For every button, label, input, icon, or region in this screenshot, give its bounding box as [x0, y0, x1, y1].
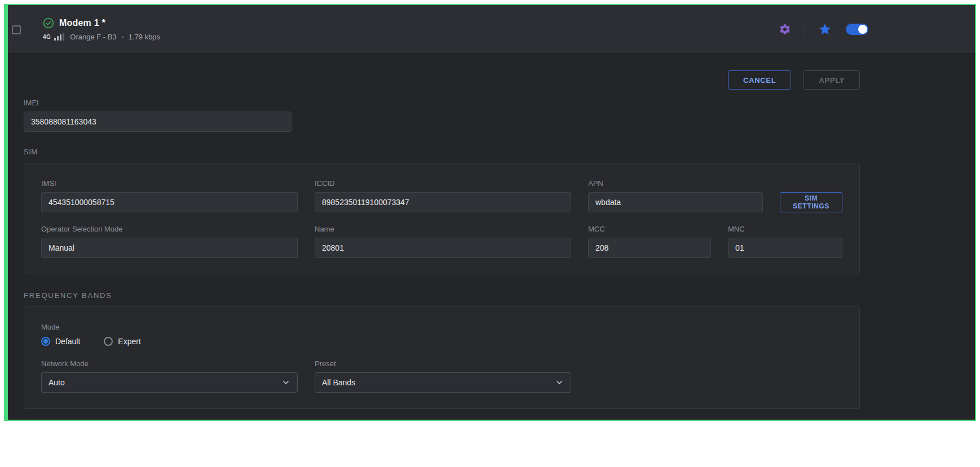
sim-section-label: SIM: [24, 148, 860, 156]
toggle-knob: [858, 25, 867, 34]
mcc-input[interactable]: [588, 238, 711, 258]
apn-field-group: APN: [588, 179, 763, 212]
modem-settings-form: CANCEL APPLY IMEI SIM IMSI ICCID APN: [8, 54, 975, 409]
mode-expert-radio[interactable]: Expert: [104, 337, 140, 346]
mode-default-radio-dot: [41, 337, 50, 346]
sim-row-2: Operator Selection Mode Name MCC MNC: [41, 225, 842, 258]
chevron-down-icon: [555, 378, 564, 387]
imsi-field-group: IMSI: [41, 179, 298, 212]
favorite-star-icon[interactable]: [819, 23, 831, 35]
operator-mode-field-group: Operator Selection Mode: [41, 225, 298, 258]
iccid-label: ICCID: [315, 179, 571, 188]
bitrate-label: 1.79 kbps: [129, 33, 160, 41]
mode-default-radio[interactable]: Default: [41, 337, 80, 346]
network-mode-select[interactable]: Auto: [41, 372, 298, 393]
operator-mode-label: Operator Selection Mode: [41, 225, 298, 233]
mode-label: Mode: [41, 323, 842, 331]
modem-status-row: 4G Orange F - B3 1.79 kbps: [43, 33, 160, 41]
apn-input[interactable]: [588, 192, 763, 212]
preset-select[interactable]: All Bands: [315, 372, 571, 393]
network-tech-label: 4G: [43, 34, 51, 40]
header-actions: [779, 22, 868, 37]
network-name-label: Name: [315, 225, 571, 233]
network-name-field-group: Name: [315, 225, 571, 258]
cancel-button[interactable]: CANCEL: [728, 70, 791, 90]
mnc-input[interactable]: [728, 238, 842, 258]
mode-radio-group: Default Expert: [41, 337, 842, 346]
imei-field-group: IMEI: [24, 99, 292, 132]
frequency-selects-row: Network Mode Auto Preset All Bands: [41, 359, 842, 393]
preset-select-value: All Bands: [322, 378, 355, 387]
apn-label: APN: [588, 179, 763, 188]
sim-settings-button[interactable]: SIM SETTINGS: [780, 192, 842, 212]
settings-gear-icon[interactable]: [779, 23, 791, 35]
iccid-field-group: ICCID: [315, 179, 571, 212]
modem-select-checkbox[interactable]: [12, 25, 21, 34]
preset-label: Preset: [315, 359, 571, 368]
frequency-bands-section-label: FREQUENCY BANDS: [24, 291, 860, 300]
operator-mode-input[interactable]: [41, 238, 298, 258]
mnc-field-group: MNC: [728, 225, 842, 258]
form-actions: CANCEL APPLY: [24, 70, 860, 90]
modem-title: Modem 1 *: [59, 18, 105, 28]
network-mode-field-group: Network Mode Auto: [41, 359, 298, 393]
modem-title-row: Modem 1 *: [43, 17, 160, 29]
imsi-input[interactable]: [41, 192, 298, 212]
mode-expert-radio-dot: [104, 337, 113, 346]
modem-window: Modem 1 * 4G Orange F - B3 1.79 kbps: [4, 4, 976, 421]
operator-label: Orange F - B3: [70, 33, 116, 41]
imsi-label: IMSI: [41, 179, 298, 188]
mode-expert-radio-label: Expert: [118, 337, 140, 346]
dot-separator: [122, 36, 123, 38]
modem-header: Modem 1 * 4G Orange F - B3 1.79 kbps: [8, 5, 975, 54]
mcc-label: MCC: [588, 225, 711, 233]
preset-field-group: Preset All Bands: [315, 359, 571, 393]
imei-input[interactable]: [24, 112, 292, 132]
sim-row-1: IMSI ICCID APN SIM SETTINGS: [41, 179, 842, 212]
imei-label: IMEI: [24, 99, 292, 107]
network-mode-label: Network Mode: [41, 359, 298, 368]
header-divider: [805, 22, 805, 37]
chevron-down-icon: [281, 378, 290, 387]
sim-panel: IMSI ICCID APN SIM SETTINGS Operator Sel…: [24, 163, 860, 274]
network-name-input[interactable]: [315, 238, 571, 258]
apply-button[interactable]: APPLY: [804, 70, 860, 90]
frequency-bands-panel: Mode Default Expert Network Mode Auto: [24, 306, 860, 409]
mcc-field-group: MCC: [588, 225, 711, 258]
status-ok-icon: [43, 17, 54, 29]
modem-info: Modem 1 * 4G Orange F - B3 1.79 kbps: [43, 17, 160, 41]
mode-default-radio-label: Default: [55, 337, 80, 346]
mnc-label: MNC: [728, 225, 842, 233]
modem-enable-toggle[interactable]: [846, 24, 868, 35]
sim-settings-container: SIM SETTINGS: [780, 192, 842, 212]
signal-strength-icon: [54, 33, 64, 41]
iccid-input[interactable]: [315, 192, 571, 212]
network-mode-select-value: Auto: [48, 378, 65, 387]
